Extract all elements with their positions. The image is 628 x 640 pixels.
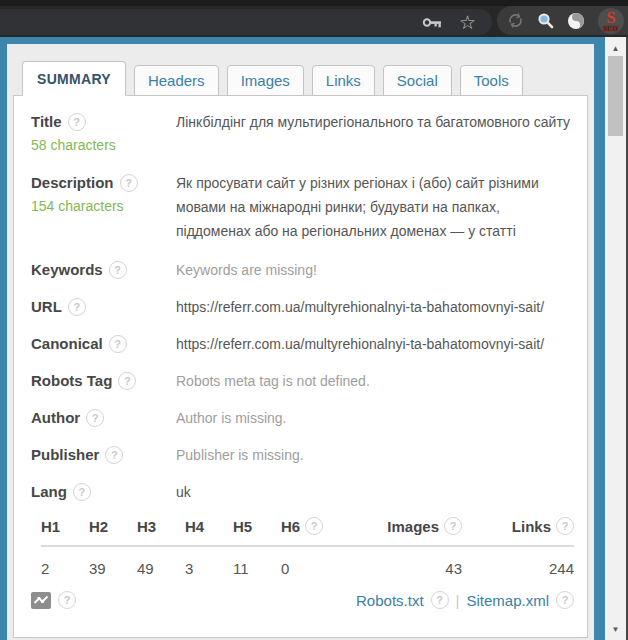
field-value: Author is missing. [176, 406, 574, 430]
scroll-up-arrow[interactable]: ▲ [605, 44, 626, 53]
help-icon[interactable]: ? [556, 591, 574, 609]
field-value: Як просувати сайт у різних регіонах і (а… [176, 171, 574, 243]
count-h6: 0 [281, 560, 329, 577]
count-h5: 11 [233, 560, 281, 577]
column-header-h4: H4 [185, 518, 233, 535]
meta-fields: Title ? 58 characters Лінкбілдінг для му… [31, 110, 574, 504]
field-value: uk [176, 480, 574, 504]
pagespeed-chart-icon[interactable] [31, 592, 51, 609]
help-icon[interactable]: ? [105, 446, 123, 464]
column-header-links: Links? [462, 517, 574, 535]
field-label: Robots Tag [31, 369, 112, 393]
meta-field-row: Publisher ? Publisher is missing. [31, 443, 574, 467]
tab-summary[interactable]: SUMMARY [22, 61, 126, 96]
column-header-h1: H1 [41, 518, 89, 535]
help-icon[interactable]: ? [120, 174, 138, 192]
summary-content: Title ? 58 characters Лінкбілдінг для му… [14, 96, 587, 639]
field-label: Lang [31, 480, 67, 504]
field-label: Keywords [31, 258, 103, 282]
sitemap-xml-link[interactable]: Sitemap.xml [466, 592, 549, 609]
help-icon[interactable]: ? [58, 591, 76, 609]
meta-field-row: Robots Tag ? Robots meta tag is not defi… [31, 369, 574, 393]
help-icon[interactable]: ? [556, 517, 574, 535]
address-bar[interactable]: ☆ [0, 9, 492, 35]
browser-toolbar: ☆ [0, 0, 628, 37]
summary-panel: Title ? 58 characters Лінкбілдінг для му… [13, 95, 588, 638]
meta-field-row: Author ? Author is missing. [31, 406, 574, 430]
help-icon[interactable]: ? [68, 113, 86, 131]
field-label: Description [31, 171, 114, 195]
column-header-h3: H3 [137, 518, 185, 535]
help-icon[interactable]: ? [305, 517, 323, 535]
field-label: Publisher [31, 443, 99, 467]
extensions-area: S SEO [497, 6, 628, 35]
headings-table: H1H2H3H4H5H6?Images?Links? 2394931104324… [31, 517, 574, 577]
help-icon[interactable]: ? [444, 517, 462, 535]
count-h4: 3 [185, 560, 233, 577]
footer-separator: | [456, 592, 460, 609]
tab-images[interactable]: Images [227, 65, 304, 96]
meta-field-row: Description ? 154 characters Як просуват… [31, 171, 574, 243]
help-icon[interactable]: ? [109, 335, 127, 353]
help-icon[interactable]: ? [118, 372, 136, 390]
section-divider [31, 638, 574, 639]
help-icon[interactable]: ? [431, 591, 449, 609]
character-count: 58 characters [31, 134, 176, 156]
count-h2: 39 [89, 560, 137, 577]
field-value: Keywords are missing! [176, 258, 574, 282]
meta-field-row: URL ? https://referr.com.ua/multyrehiona… [31, 295, 574, 319]
column-header-h6: H6? [281, 517, 329, 535]
meta-field-row: Title ? 58 characters Лінкбілдінг для му… [31, 110, 574, 156]
field-label: Canonical [31, 332, 103, 356]
column-header-images: Images? [329, 517, 462, 535]
field-value: https://referr.com.ua/multyrehionalnyi-t… [176, 332, 574, 356]
column-header-h2: H2 [89, 518, 137, 535]
meta-field-row: Keywords ? Keywords are missing! [31, 258, 574, 282]
meta-field-row: Canonical ? https://referr.com.ua/multyr… [31, 332, 574, 356]
field-value: Лінкбілдінг для мультирегіонального та б… [176, 110, 574, 156]
count-links: 244 [462, 560, 574, 577]
field-value: https://referr.com.ua/multyrehionalnyi-t… [176, 295, 574, 319]
headings-table-header: H1H2H3H4H5H6?Images?Links? [41, 517, 574, 547]
headings-table-values: 23949311043244 [41, 547, 574, 577]
count-h3: 49 [137, 560, 185, 577]
count-images: 43 [329, 560, 462, 577]
field-label: Author [31, 406, 80, 430]
scroll-down-arrow[interactable]: ▼ [605, 625, 626, 634]
help-icon[interactable]: ? [68, 298, 86, 316]
help-icon[interactable]: ? [109, 261, 127, 279]
bookmark-star-icon[interactable]: ☆ [459, 13, 476, 32]
tab-tools[interactable]: Tools [460, 65, 523, 96]
panel-footer: ? Robots.txt ? | Sitemap.xml ? [31, 591, 574, 609]
robots-txt-link[interactable]: Robots.txt [356, 592, 424, 609]
field-label: Title [31, 110, 62, 134]
count-h1: 2 [41, 560, 89, 577]
field-value: Robots meta tag is not defined. [176, 369, 574, 393]
sync-icon[interactable] [507, 12, 524, 29]
tab-links[interactable]: Links [312, 65, 375, 96]
seo-extension-icon[interactable]: S SEO [598, 8, 624, 34]
key-icon[interactable] [422, 16, 443, 29]
field-value: Publisher is missing. [176, 443, 574, 467]
help-icon[interactable]: ? [86, 409, 104, 427]
seo-extension-popup: SUMMARYHeadersImagesLinksSocialTools Tit… [7, 44, 594, 640]
tab-bar: SUMMARYHeadersImagesLinksSocialTools [7, 44, 594, 96]
field-label: URL [31, 295, 62, 319]
page-scrollbar[interactable]: ▲ ▼ [605, 37, 626, 640]
tab-social[interactable]: Social [383, 65, 452, 96]
circle-extension-icon[interactable] [567, 12, 585, 30]
tab-headers[interactable]: Headers [134, 65, 219, 96]
help-icon[interactable]: ? [73, 483, 91, 501]
column-header-h5: H5 [233, 518, 281, 535]
scrollbar-thumb[interactable] [608, 56, 623, 136]
character-count: 154 characters [31, 195, 176, 217]
screen: ☆ [0, 0, 628, 640]
meta-field-row: Lang ? uk [31, 480, 574, 504]
magnifier-icon[interactable] [537, 12, 554, 29]
